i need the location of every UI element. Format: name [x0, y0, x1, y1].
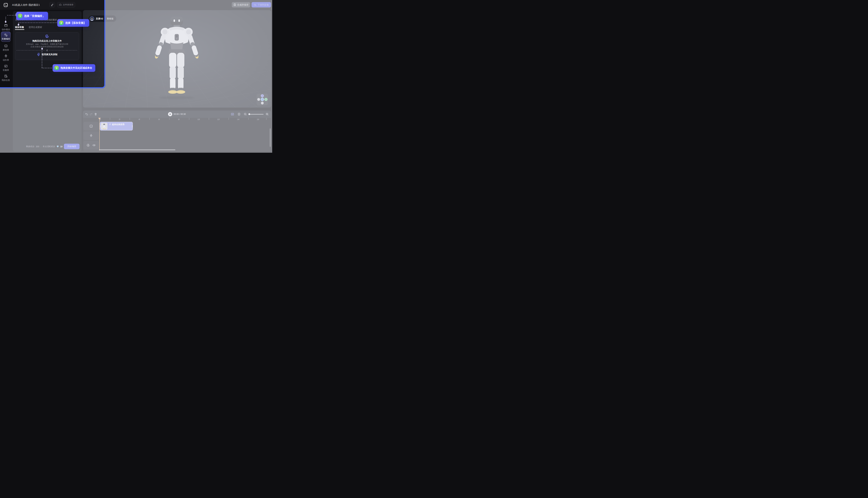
timeline-vertical-scrollbar[interactable] [270, 128, 271, 147]
sidebar-item-motion-imitation[interactable]: 动作模仿 [0, 24, 12, 31]
tab-use-synth-material[interactable]: 使用合成素材 [29, 26, 42, 29]
divider-line [17, 50, 45, 51]
save-icon [233, 3, 236, 6]
robot-name: 灵犀X2 [96, 17, 103, 20]
active-tab-underline [15, 29, 24, 30]
clapperboard-icon [4, 24, 8, 27]
step-2-badge: 2 [59, 21, 64, 25]
playhead[interactable] [99, 118, 100, 150]
ruler-tick [209, 118, 209, 120]
remaining-credits-label: 剩余积分 [26, 145, 34, 148]
sidebar-label: 动作库 [3, 59, 9, 61]
ruler-tick [266, 118, 267, 120]
gizmo-y-label: Y [262, 99, 263, 101]
sidebar-item-expression-library[interactable]: 表情库 [0, 44, 12, 52]
clip-trim-handle-right[interactable] [132, 125, 132, 128]
tab-add-audio[interactable]: 添加音频 [15, 26, 24, 29]
ruler-tick [248, 118, 249, 120]
sidebar-item-action-library[interactable]: 动作库 [0, 54, 12, 62]
play-icon [170, 113, 171, 115]
ruler-label: 12f [217, 118, 220, 120]
person-icon [4, 54, 8, 58]
save-and-merge-button[interactable]: 合成并保存 [232, 2, 250, 8]
ruler-tick [229, 118, 229, 120]
robot-edition: 青春版 [107, 17, 114, 20]
step-1-text: 选择「音频编排」 [24, 14, 45, 18]
deploy-button-label: 下发到设备 [258, 3, 269, 6]
remaining-credits-value: 300 [36, 145, 39, 148]
action-track-header[interactable] [83, 131, 99, 140]
start-arrange-label: 开始编排 [67, 145, 76, 148]
robot-model[interactable] [152, 14, 201, 100]
robot-3d-viewport[interactable]: 灵犀X2 | 青春版 Z X Y [83, 10, 271, 108]
delete-icon[interactable] [94, 113, 97, 116]
sidebar-label: 我的任务 [2, 79, 10, 81]
ruler-label: 8f [178, 118, 180, 120]
chip-divider: | [105, 17, 105, 20]
playhead-handle[interactable] [98, 118, 101, 120]
sidebar: 动作模仿 音频编排 表情库 动作库 [0, 10, 12, 153]
undo-icon[interactable] [85, 113, 88, 116]
robot-avatar [90, 16, 94, 21]
timeline-zoom-slider[interactable] [249, 114, 263, 115]
app-root: A1机器人动作-我的项目1 文件未保存 合成并保存 [0, 0, 272, 153]
redo-icon[interactable] [90, 113, 93, 116]
cloud-unsaved-icon [59, 4, 62, 6]
step-2-text: 选择【添加音频】 [65, 21, 86, 25]
mic-label: 使用麦克风录制 [42, 53, 57, 56]
timeline-panel: 00:00 / 00:30 0f 2f 4f 6f [83, 110, 271, 151]
fit-timeline-icon[interactable] [231, 113, 234, 116]
upload-audio-icon [45, 34, 49, 39]
music-box-icon [4, 64, 8, 68]
ruler-tick [110, 118, 110, 120]
tutorial-step-3: 3 拖拽音频文件至此区域或单击 [53, 64, 95, 72]
project-title: A1机器人动作-我的项目1 [12, 3, 40, 6]
sidebar-label: 音频编排 [2, 38, 10, 40]
record-with-mic-button[interactable]: 使用麦克风录制 [15, 53, 79, 56]
deploy-to-device-button[interactable]: 下发到设备 [251, 2, 271, 8]
volume-icon[interactable] [92, 144, 96, 147]
sidebar-item-my-tasks[interactable]: 我的任务 [0, 74, 12, 82]
timeline-toolbar: 00:00 / 00:30 [83, 110, 271, 118]
gizmo-z-label: Z [262, 95, 263, 97]
axis-gizmo[interactable]: Z X Y [257, 94, 268, 105]
clip-trim-handle-left[interactable] [100, 125, 101, 128]
zoom-out-icon[interactable] [244, 113, 247, 116]
ruler-label: 4f [139, 118, 140, 120]
clip-title: 超帅走路姿势 [112, 123, 125, 126]
audio-track-header[interactable] [83, 141, 99, 149]
upload-note: 注意:目前仅支持中文和英文语言的识别 [15, 45, 79, 48]
credits-bar: 剩余积分 300 | 本次消耗积分 10 [16, 145, 63, 148]
expression-track-header[interactable] [83, 122, 99, 131]
robot-floor-shadow [159, 96, 194, 99]
footer-divider: | [41, 145, 41, 148]
ruler-label: 6f [158, 118, 160, 120]
zoom-in-icon[interactable] [265, 113, 269, 116]
or-divider: 或 [17, 49, 77, 51]
file-unsaved-status: 文件未保存 [57, 2, 75, 8]
rename-project-button[interactable] [50, 2, 55, 8]
app-logo-icon [3, 2, 8, 7]
robot-download-icon [254, 3, 256, 6]
topbar: A1机器人动作-我的项目1 文件未保存 合成并保存 [0, 0, 272, 10]
file-unsaved-label: 文件未保存 [63, 3, 74, 6]
sidebar-label: 动作模仿 [2, 28, 10, 31]
task-list-icon [4, 74, 8, 78]
action-clip[interactable]: 超帅走路姿势 [100, 122, 133, 131]
robot-model-chip[interactable]: 灵犀X2 | 青春版 [89, 15, 116, 22]
gizmo-x-label: X [265, 99, 267, 101]
robot-face-icon [4, 44, 8, 48]
fit-width-icon[interactable] [237, 113, 241, 116]
start-arrange-button[interactable]: 开始编排 [64, 144, 79, 149]
step-1-badge: 1 [18, 14, 22, 18]
microphone-icon [37, 53, 40, 56]
ruler-label: 16f [257, 118, 259, 120]
timeline-horizontal-scrollbar[interactable] [99, 149, 175, 150]
play-button[interactable] [168, 112, 172, 116]
cost-credits-value: 10 [60, 145, 63, 148]
divider-line [50, 50, 78, 51]
sidebar-item-audio-arrange[interactable]: 音频编排 [1, 31, 11, 42]
walking-person-icon [109, 123, 111, 125]
sidebar-item-audio-library[interactable]: 音频库 [0, 64, 12, 72]
timeline-zoom-slider-knob[interactable] [248, 113, 250, 115]
